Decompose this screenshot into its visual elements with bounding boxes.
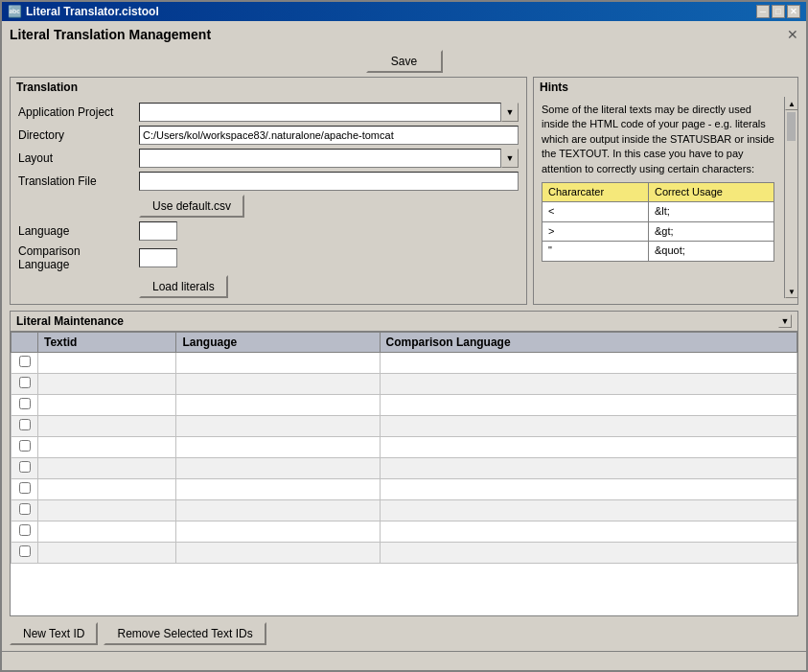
hints-scroll-down[interactable]: ▼	[785, 285, 797, 298]
main-content: Translation Application Project ▼ Direct…	[2, 77, 806, 616]
window-icon: 🔤	[8, 5, 22, 18]
hints-scroll-up[interactable]: ▲	[785, 97, 797, 110]
header-close-button[interactable]: ✕	[787, 27, 798, 42]
literal-maintenance-table-container[interactable]: Textid Language Comparison Language	[10, 331, 798, 616]
row-checkbox-cell	[12, 500, 38, 521]
row-textid	[38, 437, 176, 458]
translation-file-input[interactable]	[139, 172, 519, 191]
row-checkbox[interactable]	[19, 377, 31, 388]
load-literals-button[interactable]: Load literals	[139, 275, 228, 298]
language-label: Language	[18, 224, 133, 238]
hints-table-body: < &lt; > &gt; " &quot;	[543, 202, 774, 261]
minimize-button[interactable]: ─	[756, 5, 770, 18]
row-comparison-language	[380, 374, 796, 395]
row-checkbox[interactable]	[19, 482, 31, 494]
row-language	[176, 374, 380, 395]
use-default-button[interactable]: Use default.csv	[139, 195, 244, 218]
literal-maintenance-label: Literal Maintenance	[16, 314, 124, 328]
save-bar: Save	[2, 46, 806, 77]
row-textid	[38, 521, 176, 543]
directory-row: Directory	[18, 126, 519, 145]
row-checkbox[interactable]	[19, 503, 31, 515]
app-project-input[interactable]	[139, 103, 501, 122]
row-comparison-language	[380, 479, 796, 500]
hints-usage-lt: &lt;	[648, 202, 773, 221]
title-bar: 🔤 Literal Translator.cistool ─ □ ✕	[2, 2, 806, 21]
row-textid	[38, 353, 176, 374]
status-bar	[2, 651, 806, 670]
row-language	[176, 458, 380, 479]
maximize-button[interactable]: □	[772, 5, 785, 18]
save-button[interactable]: Save	[366, 50, 443, 73]
col-comparison-language: Comparison Language	[380, 333, 796, 353]
table-row	[12, 521, 797, 543]
row-checkbox[interactable]	[19, 461, 31, 473]
row-textid	[38, 479, 176, 500]
title-bar-controls: ─ □ ✕	[756, 5, 800, 18]
row-comparison-language	[380, 521, 796, 543]
row-comparison-language	[380, 437, 796, 458]
table-row	[12, 500, 797, 521]
hints-char-quot: "	[543, 242, 649, 261]
collapse-button[interactable]: ▼	[778, 314, 792, 328]
close-button[interactable]: ✕	[787, 5, 800, 18]
table-row	[12, 353, 797, 374]
table-row	[12, 437, 797, 458]
row-checkbox[interactable]	[19, 356, 31, 367]
hints-row-quot: " &quot;	[543, 242, 774, 261]
row-textid	[38, 416, 176, 437]
language-row: Language	[18, 221, 519, 241]
table-row	[12, 395, 797, 416]
row-language	[176, 479, 380, 500]
row-checkbox[interactable]	[19, 524, 31, 536]
comparison-language-label: Comparison Language	[18, 244, 133, 271]
table-row	[12, 479, 797, 500]
translation-form: Application Project ▼ Directory Layout	[11, 97, 526, 304]
row-checkbox-cell	[12, 374, 38, 395]
hints-scroll-thumb[interactable]	[787, 112, 796, 141]
row-textid	[38, 500, 176, 521]
new-text-id-button[interactable]: New Text ID	[10, 622, 98, 645]
row-comparison-language	[380, 500, 796, 521]
row-textid	[38, 374, 176, 395]
row-comparison-language	[380, 353, 796, 374]
row-comparison-language	[380, 416, 796, 437]
directory-label: Directory	[18, 128, 133, 142]
comparison-language-input[interactable]	[139, 248, 177, 267]
hints-scroll-track	[785, 143, 797, 285]
translation-section-label: Translation	[11, 78, 526, 97]
comparison-language-row: Comparison Language	[18, 244, 519, 271]
layout-label: Layout	[18, 151, 133, 165]
window-header: Literal Translation Management ✕	[2, 21, 806, 46]
remove-selected-button[interactable]: Remove Selected Text IDs	[104, 622, 265, 645]
col-checkbox	[12, 333, 38, 353]
layout-row: Layout ▼	[18, 149, 519, 168]
row-checkbox-cell	[12, 479, 38, 500]
hints-table: Chararcater Correct Usage < &lt;	[542, 182, 774, 262]
row-textid	[38, 543, 176, 564]
row-checkbox[interactable]	[19, 419, 31, 430]
hints-usage-gt: &gt;	[648, 221, 773, 241]
row-textid	[38, 458, 176, 479]
app-project-dropdown-btn[interactable]: ▼	[501, 103, 519, 122]
row-textid	[38, 395, 176, 416]
row-checkbox[interactable]	[19, 545, 31, 557]
row-language	[176, 437, 380, 458]
use-default-row: Use default.csv	[18, 195, 519, 218]
layout-input[interactable]	[139, 149, 501, 168]
table-row	[12, 543, 797, 564]
row-checkbox[interactable]	[19, 398, 31, 409]
translation-file-row: Translation File	[18, 172, 519, 191]
row-checkbox-cell	[12, 353, 38, 374]
row-checkbox[interactable]	[19, 440, 31, 452]
language-input[interactable]	[139, 221, 177, 241]
layout-dropdown-btn[interactable]: ▼	[501, 149, 519, 168]
literal-maintenance-header: Literal Maintenance ▼	[10, 311, 798, 331]
row-checkbox-cell	[12, 543, 38, 564]
hints-char-lt: <	[543, 202, 649, 221]
directory-input[interactable]	[139, 126, 519, 145]
hints-scrollbar[interactable]: ▲ ▼	[784, 97, 797, 298]
translation-file-label: Translation File	[18, 174, 133, 188]
literal-maintenance-section: Literal Maintenance ▼ Textid Language Co…	[10, 311, 798, 616]
translation-section: Translation Application Project ▼ Direct…	[10, 77, 527, 305]
